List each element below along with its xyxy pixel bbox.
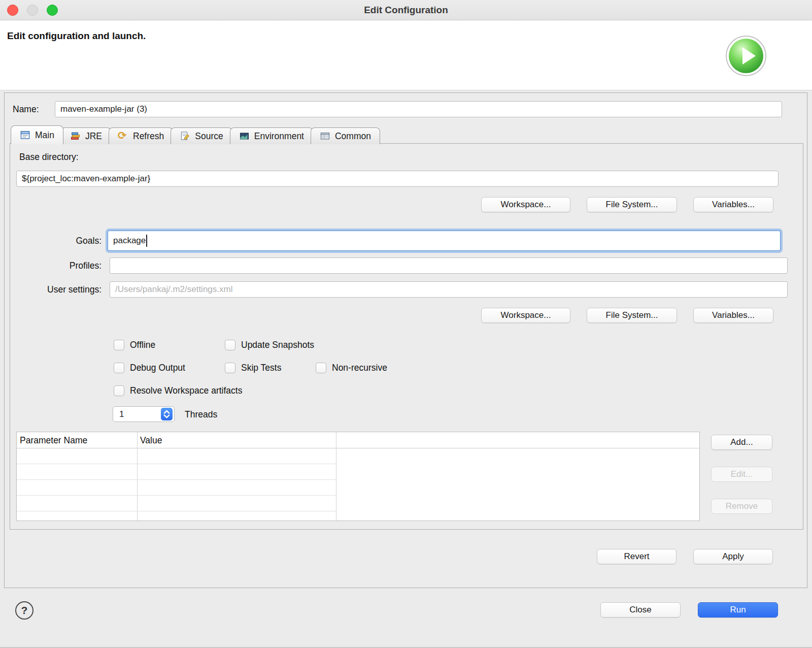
debug-output-checkbox[interactable] [114,363,124,373]
resolve-workspace-artifacts-label: Resolve Workspace artifacts [130,385,242,396]
name-input-text: maven-example-jar (3) [60,104,147,114]
tab-source-label: Source [195,131,223,142]
table-row [17,448,336,464]
workspace-button-1[interactable]: Workspace... [481,197,570,212]
tab-main[interactable]: Main [11,125,63,144]
config-panel: Name: maven-example-jar (3) Main JRE ⟳ R… [4,92,807,588]
base-directory-text: ${project_loc:maven-example-jar} [22,174,150,184]
column-header-value[interactable]: Value [137,432,162,448]
close-button[interactable]: Close [600,602,681,618]
parameters-table[interactable]: Parameter Name Value [16,432,700,521]
user-settings-placeholder-text: /Users/pankaj/.m2/settings.xml [115,284,232,295]
threads-stepper-buttons[interactable] [161,408,173,420]
name-label: Name: [13,104,39,115]
tab-jre-label: JRE [85,131,102,142]
tab-environment-label: Environment [254,131,304,142]
tab-bar: Main JRE ⟳ Refresh Source [11,125,378,144]
variables-button-1[interactable]: Variables... [693,197,773,212]
run-play-icon [725,35,767,77]
tab-jre[interactable]: JRE [61,127,111,144]
column-header-parameter-name[interactable]: Parameter Name [17,432,87,448]
table-row [17,480,336,496]
titlebar: Edit Configuration [0,0,812,20]
main-tab-content: Base directory: ${project_loc:maven-exam… [10,143,803,530]
source-tab-icon [180,131,190,141]
table-row [17,464,336,480]
environment-tab-icon [239,131,250,141]
threads-label: Threads [185,409,217,420]
remove-button: Remove [711,499,772,514]
offline-checkbox[interactable] [114,340,124,350]
goals-input-text: package [113,236,146,246]
threads-value: 1 [113,409,161,419]
skip-tests-label: Skip Tests [241,363,281,373]
apply-button[interactable]: Apply [693,549,773,564]
offline-label: Offline [130,340,155,350]
update-snapshots-label: Update Snapshots [241,340,314,350]
header-message: Edit configuration and launch. [7,30,146,42]
run-button[interactable]: Run [698,602,778,618]
tab-refresh[interactable]: ⟳ Refresh [109,127,173,144]
profiles-input[interactable] [110,257,788,274]
parameters-table-header: Parameter Name Value [17,432,699,448]
non-recursive-checkbox[interactable] [316,363,326,373]
variables-button-2[interactable]: Variables... [693,308,773,323]
workspace-button-2[interactable]: Workspace... [481,308,570,323]
text-caret [146,235,147,247]
user-settings-label: User settings: [10,284,101,295]
debug-output-label: Debug Output [130,363,185,373]
base-directory-label: Base directory: [19,152,79,163]
base-directory-input[interactable]: ${project_loc:maven-example-jar} [16,171,779,187]
tab-refresh-label: Refresh [133,131,164,142]
update-snapshots-checkbox[interactable] [225,340,235,350]
dialog-header: Edit configuration and launch. [0,20,812,90]
tab-main-label: Main [35,130,54,141]
name-input[interactable]: maven-example-jar (3) [55,101,782,117]
column-divider [336,432,336,521]
common-tab-icon [320,131,330,141]
refresh-tab-icon: ⟳ [118,131,128,141]
edit-button: Edit... [711,467,772,482]
skip-tests-checkbox[interactable] [225,363,235,373]
tab-source[interactable]: Source [171,127,232,144]
tab-common-label: Common [335,131,371,142]
profiles-label: Profiles: [10,261,101,271]
user-settings-input[interactable]: /Users/pankaj/.m2/settings.xml [110,281,788,298]
add-button[interactable]: Add... [711,435,772,450]
non-recursive-label: Non-recursive [332,363,387,373]
resolve-workspace-artifacts-checkbox[interactable] [114,385,124,396]
window-title: Edit Configuration [0,0,812,20]
goals-label: Goals: [10,236,101,246]
file-system-button-2[interactable]: File System... [587,308,677,323]
revert-button[interactable]: Revert [597,549,676,564]
tab-common[interactable]: Common [311,127,380,144]
help-icon[interactable]: ? [15,601,33,620]
help-glyph: ? [21,604,28,617]
table-row [17,496,336,511]
tab-environment[interactable]: Environment [230,127,313,144]
jre-tab-icon [70,131,81,141]
file-system-button-1[interactable]: File System... [587,197,677,212]
goals-input[interactable]: package [108,231,781,251]
main-tab-icon [20,130,30,140]
threads-stepper[interactable]: 1 [113,406,175,422]
